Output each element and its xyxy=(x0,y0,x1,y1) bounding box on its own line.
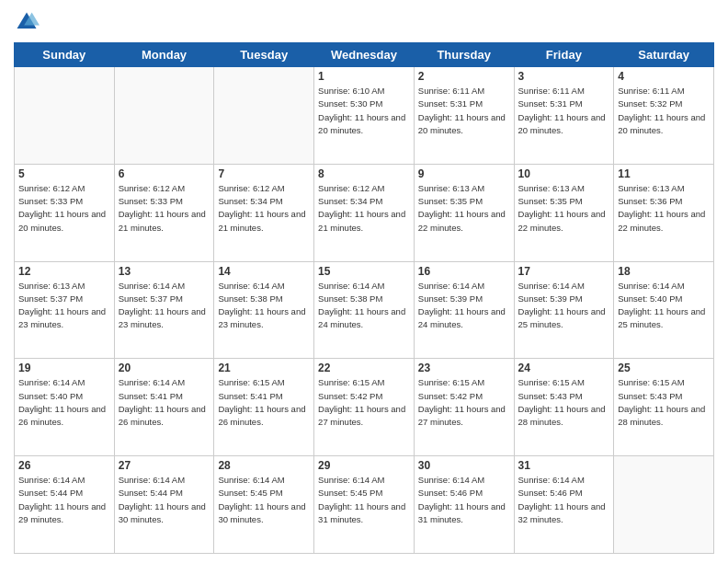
day-number: 16 xyxy=(418,265,510,278)
day-number: 12 xyxy=(18,265,110,278)
calendar-day-cell: 21Sunrise: 6:15 AMSunset: 5:41 PMDayligh… xyxy=(214,359,314,456)
day-info: Sunrise: 6:14 AMSunset: 5:44 PMDaylight:… xyxy=(119,474,210,526)
day-number: 6 xyxy=(119,167,210,180)
day-info: Sunrise: 6:13 AMSunset: 5:37 PMDaylight:… xyxy=(18,280,110,332)
weekday-header: Thursday xyxy=(414,43,514,67)
calendar-week-row: 1Sunrise: 6:10 AMSunset: 5:30 PMDaylight… xyxy=(15,67,714,165)
logo xyxy=(14,9,43,35)
calendar-week-row: 19Sunrise: 6:14 AMSunset: 5:40 PMDayligh… xyxy=(15,359,714,456)
calendar-day-cell: 7Sunrise: 6:12 AMSunset: 5:34 PMDaylight… xyxy=(214,164,314,261)
day-number: 25 xyxy=(618,362,710,374)
day-info: Sunrise: 6:14 AMSunset: 5:37 PMDaylight:… xyxy=(119,280,210,332)
calendar-body: 1Sunrise: 6:10 AMSunset: 5:30 PMDaylight… xyxy=(15,67,714,554)
calendar-day-cell: 23Sunrise: 6:15 AMSunset: 5:42 PMDayligh… xyxy=(414,359,514,456)
day-info: Sunrise: 6:10 AMSunset: 5:30 PMDaylight:… xyxy=(318,85,410,137)
day-info: Sunrise: 6:14 AMSunset: 5:44 PMDaylight:… xyxy=(18,474,110,526)
day-number: 22 xyxy=(318,362,410,374)
calendar-day-cell: 30Sunrise: 6:14 AMSunset: 5:46 PMDayligh… xyxy=(414,456,514,554)
day-info: Sunrise: 6:12 AMSunset: 5:34 PMDaylight:… xyxy=(318,182,410,235)
day-info: Sunrise: 6:11 AMSunset: 5:31 PMDaylight:… xyxy=(518,85,610,137)
calendar-day-cell: 15Sunrise: 6:14 AMSunset: 5:38 PMDayligh… xyxy=(314,261,415,359)
day-number: 13 xyxy=(119,265,210,278)
weekday-header: Friday xyxy=(514,43,614,67)
calendar-day-cell xyxy=(15,67,115,165)
calendar-day-cell xyxy=(114,67,214,165)
calendar-day-cell: 12Sunrise: 6:13 AMSunset: 5:37 PMDayligh… xyxy=(15,261,115,359)
day-number: 27 xyxy=(119,459,210,472)
weekday-header: Saturday xyxy=(614,43,714,67)
day-number: 1 xyxy=(318,70,410,83)
calendar-day-cell: 13Sunrise: 6:14 AMSunset: 5:37 PMDayligh… xyxy=(114,261,214,359)
calendar-day-cell: 22Sunrise: 6:15 AMSunset: 5:42 PMDayligh… xyxy=(314,359,415,456)
calendar-day-cell: 18Sunrise: 6:14 AMSunset: 5:40 PMDayligh… xyxy=(614,261,714,359)
day-number: 7 xyxy=(218,167,310,180)
weekday-header: Tuesday xyxy=(214,43,314,67)
calendar-day-cell: 5Sunrise: 6:12 AMSunset: 5:33 PMDaylight… xyxy=(15,164,115,261)
page-header xyxy=(14,9,714,35)
day-number: 28 xyxy=(218,459,310,472)
calendar-day-cell: 16Sunrise: 6:14 AMSunset: 5:39 PMDayligh… xyxy=(414,261,514,359)
day-info: Sunrise: 6:13 AMSunset: 5:36 PMDaylight:… xyxy=(618,182,710,235)
day-number: 15 xyxy=(318,265,410,278)
calendar-day-cell: 20Sunrise: 6:14 AMSunset: 5:41 PMDayligh… xyxy=(114,359,214,456)
day-number: 11 xyxy=(618,167,710,180)
day-info: Sunrise: 6:15 AMSunset: 5:42 PMDaylight:… xyxy=(418,376,510,429)
calendar-day-cell: 24Sunrise: 6:15 AMSunset: 5:43 PMDayligh… xyxy=(514,359,614,456)
calendar-day-cell: 6Sunrise: 6:12 AMSunset: 5:33 PMDaylight… xyxy=(114,164,214,261)
day-number: 4 xyxy=(618,70,710,83)
day-number: 31 xyxy=(518,459,610,472)
day-number: 24 xyxy=(518,362,610,374)
day-info: Sunrise: 6:14 AMSunset: 5:41 PMDaylight:… xyxy=(119,376,210,429)
calendar-day-cell: 1Sunrise: 6:10 AMSunset: 5:30 PMDaylight… xyxy=(314,67,415,165)
calendar-day-cell: 4Sunrise: 6:11 AMSunset: 5:32 PMDaylight… xyxy=(614,67,714,165)
day-info: Sunrise: 6:14 AMSunset: 5:38 PMDaylight:… xyxy=(318,280,410,332)
weekday-header: Sunday xyxy=(15,43,115,67)
day-info: Sunrise: 6:15 AMSunset: 5:43 PMDaylight:… xyxy=(518,376,610,429)
calendar-day-cell: 8Sunrise: 6:12 AMSunset: 5:34 PMDaylight… xyxy=(314,164,415,261)
day-number: 8 xyxy=(318,167,410,180)
day-info: Sunrise: 6:15 AMSunset: 5:41 PMDaylight:… xyxy=(218,376,310,429)
day-number: 29 xyxy=(318,459,410,472)
weekday-header-row: SundayMondayTuesdayWednesdayThursdayFrid… xyxy=(15,43,714,67)
weekday-header: Monday xyxy=(114,43,214,67)
day-number: 19 xyxy=(18,362,110,374)
day-info: Sunrise: 6:12 AMSunset: 5:33 PMDaylight:… xyxy=(18,182,110,235)
calendar-day-cell: 25Sunrise: 6:15 AMSunset: 5:43 PMDayligh… xyxy=(614,359,714,456)
calendar-day-cell: 17Sunrise: 6:14 AMSunset: 5:39 PMDayligh… xyxy=(514,261,614,359)
calendar-day-cell: 10Sunrise: 6:13 AMSunset: 5:35 PMDayligh… xyxy=(514,164,614,261)
calendar-table: SundayMondayTuesdayWednesdayThursdayFrid… xyxy=(14,42,714,554)
calendar-day-cell: 26Sunrise: 6:14 AMSunset: 5:44 PMDayligh… xyxy=(15,456,115,554)
day-info: Sunrise: 6:14 AMSunset: 5:46 PMDaylight:… xyxy=(518,474,610,526)
calendar-day-cell: 9Sunrise: 6:13 AMSunset: 5:35 PMDaylight… xyxy=(414,164,514,261)
day-info: Sunrise: 6:14 AMSunset: 5:39 PMDaylight:… xyxy=(518,280,610,332)
day-number: 26 xyxy=(18,459,110,472)
day-number: 2 xyxy=(418,70,510,83)
day-number: 5 xyxy=(18,167,110,180)
day-info: Sunrise: 6:11 AMSunset: 5:32 PMDaylight:… xyxy=(618,85,710,137)
calendar-day-cell: 19Sunrise: 6:14 AMSunset: 5:40 PMDayligh… xyxy=(15,359,115,456)
day-info: Sunrise: 6:13 AMSunset: 5:35 PMDaylight:… xyxy=(418,182,510,235)
day-info: Sunrise: 6:15 AMSunset: 5:42 PMDaylight:… xyxy=(318,376,410,429)
day-info: Sunrise: 6:14 AMSunset: 5:39 PMDaylight:… xyxy=(418,280,510,332)
day-number: 3 xyxy=(518,70,610,83)
day-number: 9 xyxy=(418,167,510,180)
calendar-day-cell xyxy=(614,456,714,554)
day-number: 18 xyxy=(618,265,710,278)
day-info: Sunrise: 6:14 AMSunset: 5:46 PMDaylight:… xyxy=(418,474,510,526)
calendar-day-cell: 31Sunrise: 6:14 AMSunset: 5:46 PMDayligh… xyxy=(514,456,614,554)
day-info: Sunrise: 6:12 AMSunset: 5:34 PMDaylight:… xyxy=(218,182,310,235)
day-number: 30 xyxy=(418,459,510,472)
day-number: 14 xyxy=(218,265,310,278)
day-number: 17 xyxy=(518,265,610,278)
calendar-day-cell: 3Sunrise: 6:11 AMSunset: 5:31 PMDaylight… xyxy=(514,67,614,165)
day-info: Sunrise: 6:12 AMSunset: 5:33 PMDaylight:… xyxy=(119,182,210,235)
day-info: Sunrise: 6:11 AMSunset: 5:31 PMDaylight:… xyxy=(418,85,510,137)
calendar-day-cell xyxy=(214,67,314,165)
day-number: 23 xyxy=(418,362,510,374)
day-info: Sunrise: 6:14 AMSunset: 5:40 PMDaylight:… xyxy=(18,376,110,429)
logo-icon xyxy=(14,9,40,35)
day-info: Sunrise: 6:13 AMSunset: 5:35 PMDaylight:… xyxy=(518,182,610,235)
day-info: Sunrise: 6:14 AMSunset: 5:38 PMDaylight:… xyxy=(218,280,310,332)
calendar-week-row: 5Sunrise: 6:12 AMSunset: 5:33 PMDaylight… xyxy=(15,164,714,261)
calendar-day-cell: 11Sunrise: 6:13 AMSunset: 5:36 PMDayligh… xyxy=(614,164,714,261)
